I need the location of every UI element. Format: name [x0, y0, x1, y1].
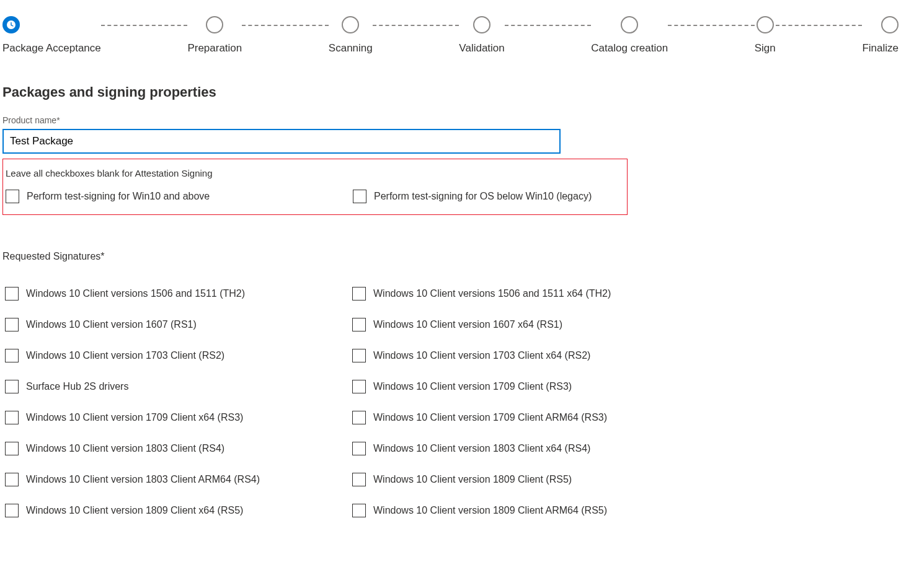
signature-label: Windows 10 Client version 1703 Client (R… — [26, 350, 224, 361]
signature-checkbox[interactable] — [352, 318, 366, 331]
signature-option: Windows 10 Client version 1703 Client x6… — [350, 349, 899, 362]
signature-label: Windows 10 Client version 1809 Client AR… — [373, 505, 607, 516]
step-circle-icon — [342, 16, 359, 33]
step-label: Scanning — [329, 42, 373, 55]
signature-option: Windows 10 Client version 1803 Client (R… — [2, 442, 350, 455]
signature-label: Windows 10 Client version 1803 Client (R… — [26, 443, 224, 454]
signature-option: Surface Hub 2S drivers — [2, 380, 350, 393]
signature-option: Windows 10 Client version 1803 Client AR… — [2, 473, 350, 486]
step-preparation: Preparation — [187, 16, 242, 55]
progress-stepper: Package Acceptance Preparation Scanning … — [2, 2, 899, 55]
signature-label: Windows 10 Client version 1709 Client AR… — [373, 412, 607, 423]
step-validation: Validation — [459, 16, 504, 55]
signature-checkbox[interactable] — [352, 504, 366, 517]
signature-label: Windows 10 Client version 1803 Client AR… — [26, 474, 260, 485]
signature-option: Windows 10 Client version 1703 Client (R… — [2, 349, 350, 362]
signature-label: Windows 10 Client versions 1506 and 1511… — [26, 288, 245, 299]
test-sign-win10-checkbox[interactable] — [6, 190, 19, 203]
step-connector — [101, 25, 188, 26]
step-connector — [505, 25, 592, 26]
product-name-label: Product name* — [2, 115, 899, 125]
signature-checkbox[interactable] — [5, 473, 19, 486]
product-name-input[interactable] — [2, 129, 561, 154]
signature-checkbox[interactable] — [5, 287, 19, 301]
signature-option: Windows 10 Client version 1809 Client (R… — [350, 473, 899, 486]
step-connector — [242, 25, 329, 26]
step-circle-icon — [757, 16, 774, 33]
signature-label: Windows 10 Client version 1709 Client (R… — [373, 381, 572, 392]
signature-checkbox[interactable] — [352, 411, 366, 424]
signature-option: Windows 10 Client version 1607 (RS1) — [2, 318, 350, 331]
signature-label: Windows 10 Client version 1607 x64 (RS1) — [373, 319, 562, 330]
signature-label: Windows 10 Client version 1809 Client (R… — [373, 474, 572, 485]
signature-option: Windows 10 Client version 1709 Client AR… — [350, 411, 899, 424]
test-sign-win10-label: Perform test-signing for Win10 and above — [27, 191, 210, 202]
step-scanning: Scanning — [329, 16, 373, 55]
step-label: Catalog creation — [591, 42, 668, 55]
step-label: Package Acceptance — [2, 42, 101, 55]
section-title: Packages and signing properties — [2, 84, 899, 100]
signature-checkbox[interactable] — [352, 442, 366, 455]
signature-option: Windows 10 Client version 1709 Client x6… — [2, 411, 350, 424]
step-connector — [668, 25, 755, 26]
step-circle-icon — [206, 16, 223, 33]
signature-option: Windows 10 Client version 1803 Client x6… — [350, 442, 899, 455]
signature-checkbox[interactable] — [352, 473, 366, 486]
signature-checkbox[interactable] — [352, 287, 366, 301]
step-circle-icon — [473, 16, 490, 33]
signature-checkbox[interactable] — [5, 442, 19, 455]
signatures-grid: Windows 10 Client versions 1506 and 1511… — [2, 287, 899, 535]
signature-option: Windows 10 Client versions 1506 and 1511… — [350, 287, 899, 301]
step-circle-icon — [881, 16, 899, 33]
signature-option: Windows 10 Client version 1607 x64 (RS1) — [350, 318, 899, 331]
attestation-note: Leave all checkboxes blank for Attestati… — [6, 168, 627, 178]
signature-label: Windows 10 Client version 1703 Client x6… — [373, 350, 590, 361]
step-label: Preparation — [187, 42, 242, 55]
step-label: Validation — [459, 42, 504, 55]
step-circle-icon — [621, 16, 638, 33]
clock-icon — [2, 16, 20, 33]
step-connector — [776, 25, 863, 26]
signature-checkbox[interactable] — [5, 411, 19, 424]
signature-checkbox[interactable] — [5, 318, 19, 331]
signature-option: Windows 10 Client version 1809 Client x6… — [2, 504, 350, 517]
step-label: Finalize — [862, 42, 899, 55]
step-package-acceptance: Package Acceptance — [2, 16, 101, 55]
step-connector — [373, 25, 459, 26]
step-catalog-creation: Catalog creation — [591, 16, 668, 55]
signature-checkbox[interactable] — [5, 349, 19, 362]
signature-label: Windows 10 Client version 1803 Client x6… — [373, 443, 590, 454]
signature-checkbox[interactable] — [352, 380, 366, 393]
signature-option: Windows 10 Client version 1809 Client AR… — [350, 504, 899, 517]
requested-signatures-label: Requested Signatures* — [2, 251, 899, 262]
test-sign-legacy-label: Perform test-signing for OS below Win10 … — [374, 191, 592, 202]
step-sign: Sign — [755, 16, 776, 55]
step-finalize: Finalize — [862, 16, 899, 55]
signature-label: Surface Hub 2S drivers — [26, 381, 128, 392]
signature-option: Windows 10 Client versions 1506 and 1511… — [2, 287, 350, 301]
signature-option: Windows 10 Client version 1709 Client (R… — [350, 380, 899, 393]
test-sign-legacy-checkbox[interactable] — [353, 190, 366, 203]
step-label: Sign — [755, 42, 776, 55]
signature-label: Windows 10 Client versions 1506 and 1511… — [373, 288, 611, 299]
signature-label: Windows 10 Client version 1809 Client x6… — [26, 505, 243, 516]
signature-checkbox[interactable] — [5, 504, 19, 517]
signature-checkbox[interactable] — [5, 380, 19, 393]
signature-label: Windows 10 Client version 1607 (RS1) — [26, 319, 197, 330]
signature-label: Windows 10 Client version 1709 Client x6… — [26, 412, 243, 423]
attestation-signing-box: Leave all checkboxes blank for Attestati… — [2, 159, 628, 215]
signature-checkbox[interactable] — [352, 349, 366, 362]
